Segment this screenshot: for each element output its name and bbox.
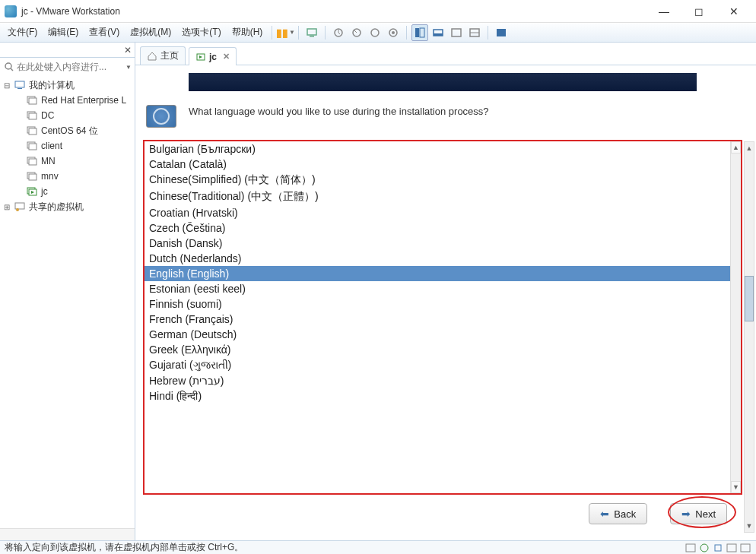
language-option[interactable]: Croatian (Hrvatski)	[145, 205, 730, 220]
vm-icon	[26, 125, 38, 137]
tree-label: DC	[41, 110, 54, 121]
tab-close-icon[interactable]: ✕	[223, 52, 230, 62]
sidebar-hscroll[interactable]	[0, 528, 135, 540]
separator	[272, 26, 272, 40]
language-option[interactable]: Catalan (Català)	[145, 157, 730, 172]
svg-rect-11	[452, 29, 461, 36]
close-button[interactable]: ✕	[716, 1, 751, 22]
view-fullscreen-button[interactable]	[448, 24, 465, 41]
usb-icon[interactable]	[726, 542, 738, 554]
window-title: jc - VMware Workstation	[21, 6, 646, 17]
menu-vm[interactable]: 虚拟机(M)	[125, 24, 176, 41]
language-list[interactable]: Bulgarian (Български)Catalan (Català)Chi…	[145, 141, 730, 493]
tree-root-my-computer[interactable]: ⊟ 我的计算机	[0, 78, 135, 93]
next-button[interactable]: ➡ Next	[670, 503, 727, 524]
snapshot-revert-button[interactable]	[348, 24, 365, 41]
expander-icon[interactable]: ⊞	[3, 203, 11, 211]
vm-scrollbar[interactable]: ▲ ▼	[744, 141, 754, 533]
tree-vm-jc[interactable]: jc	[0, 184, 135, 199]
search-dropdown-icon[interactable]: ▼	[125, 64, 132, 71]
language-list-box: Bulgarian (Български)Catalan (Català)Chi…	[143, 140, 742, 495]
svg-rect-10	[434, 33, 443, 36]
search-input[interactable]	[17, 62, 124, 72]
maximize-button[interactable]: ◻	[681, 1, 716, 22]
computer-icon	[14, 79, 26, 91]
vm-icon	[26, 155, 38, 167]
tree-vm-item[interactable]: mnv	[0, 169, 135, 184]
language-option[interactable]: Finnish (suomi)	[145, 296, 730, 312]
menu-view[interactable]: 查看(V)	[84, 24, 124, 41]
menu-file[interactable]: 文件(F)	[3, 24, 42, 41]
cdrom-icon[interactable]	[698, 542, 710, 554]
language-option[interactable]: English (English)	[145, 266, 730, 281]
language-option[interactable]: Danish (Dansk)	[145, 236, 730, 251]
vm-console[interactable]: What language would you like to use duri…	[135, 65, 756, 540]
svg-rect-7	[415, 28, 419, 37]
vm-running-icon	[195, 52, 206, 62]
language-option[interactable]: Hebrew (עברית)	[145, 373, 730, 388]
tree-label: 共享的虚拟机	[29, 201, 84, 214]
scroll-down-icon[interactable]: ▼	[731, 481, 741, 493]
titlebar: jc - VMware Workstation — ◻ ✕	[0, 0, 756, 23]
scroll-down-icon[interactable]: ▼	[745, 520, 754, 532]
snapshot-manager-button[interactable]	[367, 24, 383, 41]
tree-label: Red Hat Enterprise L	[41, 95, 126, 106]
menu-help[interactable]: 帮助(H)	[227, 24, 268, 41]
installer-nav-row: ⬅ Back ➡ Next	[143, 495, 742, 533]
view-unity-button[interactable]	[466, 24, 483, 41]
scroll-track[interactable]	[731, 154, 741, 481]
back-button[interactable]: ⬅ Back	[589, 503, 647, 524]
tree-vm-item[interactable]: CentOS 64 位	[0, 123, 135, 138]
snapshot-button[interactable]	[330, 24, 347, 41]
language-option[interactable]: Gujarati (ગુજરાતી)	[145, 357, 730, 373]
svg-point-37	[700, 544, 708, 552]
tree-vm-item[interactable]: Red Hat Enterprise L	[0, 93, 135, 108]
tree-vm-item[interactable]: MN	[0, 154, 135, 169]
scroll-up-icon[interactable]: ▲	[731, 141, 741, 154]
tree-label: 我的计算机	[29, 79, 75, 92]
svg-point-6	[392, 31, 395, 34]
language-option[interactable]: Chinese(Traditional) (中文（正體）)	[145, 188, 730, 205]
svg-rect-0	[307, 29, 316, 35]
svg-rect-22	[29, 113, 37, 119]
language-option[interactable]: Chinese(Simplified) (中文（简体）)	[145, 172, 730, 188]
view-thumb-button[interactable]	[430, 24, 446, 41]
language-option[interactable]: German (Deutsch)	[145, 327, 730, 342]
network-icon[interactable]	[712, 542, 724, 554]
view-fit-button[interactable]	[411, 24, 428, 41]
menu-edit[interactable]: 编辑(E)	[43, 24, 83, 41]
language-option[interactable]: Greek (Ελληνικά)	[145, 342, 730, 357]
language-option[interactable]: Dutch (Nederlands)	[145, 251, 730, 266]
tree-shared-vms[interactable]: ⊞ 共享的虚拟机	[0, 199, 135, 214]
separator	[406, 26, 407, 40]
scroll-up-icon[interactable]: ▲	[745, 142, 754, 154]
expander-icon[interactable]: ⊟	[3, 81, 11, 90]
language-scrollbar[interactable]: ▲ ▼	[730, 141, 741, 493]
svg-point-4	[371, 29, 379, 36]
tree-vm-item[interactable]: client	[0, 138, 135, 154]
language-option[interactable]: Czech (Čeština)	[145, 220, 730, 236]
toolbar-screen-button[interactable]	[303, 24, 320, 41]
svg-point-15	[5, 63, 11, 69]
sound-icon[interactable]	[739, 542, 751, 554]
library-tree: ⊟ 我的计算机 Red Hat Enterprise L DC CentOS 6…	[0, 76, 135, 528]
tree-vm-item[interactable]: DC	[0, 108, 135, 123]
view-console-button[interactable]	[493, 24, 510, 41]
menu-tabs[interactable]: 选项卡(T)	[177, 24, 225, 41]
scroll-track[interactable]	[745, 321, 754, 520]
language-option[interactable]: Bulgarian (Български)	[145, 141, 730, 157]
tab-jc[interactable]: jc ✕	[189, 47, 237, 65]
pause-button[interactable]: ▮▮▼	[277, 24, 294, 41]
disk-icon[interactable]	[685, 542, 697, 554]
language-option[interactable]: Hindi (हिन्दी)	[145, 388, 730, 404]
sidebar-close-icon[interactable]: ✕	[124, 45, 132, 55]
scroll-thumb[interactable]	[745, 276, 754, 321]
search-icon	[3, 61, 15, 73]
status-text: 将输入定向到该虚拟机，请在虚拟机内部单击或按 Ctrl+G。	[5, 541, 243, 554]
language-option[interactable]: French (Français)	[145, 312, 730, 327]
language-option[interactable]: Estonian (eesti keel)	[145, 281, 730, 296]
tab-home[interactable]: 主页	[140, 46, 186, 65]
svg-rect-38	[715, 545, 721, 551]
minimize-button[interactable]: —	[646, 1, 681, 22]
snapshot-list-button[interactable]	[385, 24, 402, 41]
